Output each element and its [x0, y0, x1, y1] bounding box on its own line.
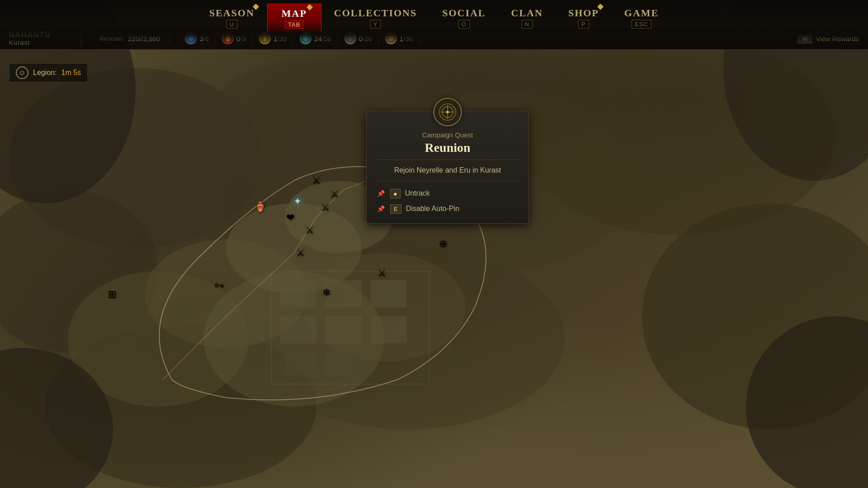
svg-rect-16	[326, 280, 362, 307]
legion-icon: ⊙	[16, 66, 28, 79]
map-icon-enemy1[interactable]: ⚔	[377, 267, 387, 279]
svg-rect-17	[371, 280, 407, 307]
map-icon-dungeon2[interactable]: ❄	[322, 287, 330, 299]
quest-action-0-key: ■	[390, 189, 401, 198]
nav-tabs: SEASONUMAPTABCOLLECTIONSYSOCIALOCLANNSHO…	[197, 4, 672, 32]
collections-key: Y	[370, 20, 381, 28]
svg-rect-20	[371, 316, 407, 343]
collections-label: COLLECTIONS	[334, 7, 417, 19]
map-icon-dungeon1[interactable]: 🗝	[214, 280, 224, 291]
quest-tooltip: Campaign Quest Reunion Rejoin Neyrelle a…	[366, 111, 529, 224]
clan-label: CLAN	[511, 7, 543, 19]
quest-divider	[376, 160, 519, 160]
map-icon-group5[interactable]: ⚔	[296, 247, 305, 259]
quest-description: Rejoin Neyrelle and Eru in Kurast	[376, 165, 519, 175]
legion-time: 1m 5s	[61, 69, 81, 77]
season-label: SEASON	[209, 7, 255, 19]
shop-label: SHOP	[568, 7, 599, 19]
map-icon-npc2[interactable]: ❤	[286, 212, 294, 224]
nav-tab-game[interactable]: GAMEESC	[612, 4, 671, 31]
nav-tab-shop[interactable]: SHOPP	[556, 4, 612, 31]
svg-rect-18	[280, 316, 316, 343]
nav-tab-social[interactable]: SOCIALO	[429, 4, 498, 31]
quest-actions: 📌■Untrack📌EDisable Auto-Pin	[376, 181, 519, 216]
quest-action-0-icon: 📌	[376, 188, 386, 198]
svg-point-31	[446, 111, 449, 113]
map-icon-group2[interactable]: ⚔	[330, 188, 339, 200]
map-label: MAP	[282, 8, 307, 19]
map-icon-player[interactable]: ✦	[293, 196, 302, 207]
navigation-bar: SEASONUMAPTABCOLLECTIONSYSOCIALOCLANNSHO…	[0, 0, 868, 50]
terrain-svg	[0, 0, 868, 488]
map-icon-quest2[interactable]: ⊕	[439, 238, 447, 250]
quest-main-icon	[433, 98, 462, 127]
quest-icon-area	[367, 98, 528, 127]
quest-action-0-label: Untrack	[405, 189, 430, 197]
map-icon-waypoint[interactable]: ⊞	[108, 289, 116, 300]
map-icon-group1[interactable]: ⚔	[312, 175, 321, 187]
quest-action-1-icon: 📌	[376, 204, 386, 214]
quest-action-1-label: Disable Auto-Pin	[406, 205, 459, 213]
nav-tab-clan[interactable]: CLANN	[499, 4, 556, 31]
map-key: TAB	[285, 20, 303, 29]
quest-type: Campaign Quest	[376, 131, 519, 139]
nav-tab-season[interactable]: SEASONU	[197, 4, 267, 31]
social-key: O	[458, 20, 470, 28]
game-label: GAME	[624, 7, 659, 19]
map-icon-group3[interactable]: ⚔	[321, 202, 330, 214]
quest-name: Reunion	[376, 141, 519, 155]
clan-key: N	[522, 20, 533, 28]
shop-key: P	[578, 20, 589, 28]
quest-action-1-key: E	[390, 204, 401, 214]
nav-tab-map[interactable]: MAPTAB	[267, 4, 321, 32]
nav-tab-collections[interactable]: COLLECTIONSY	[321, 4, 429, 31]
svg-rect-19	[326, 316, 362, 343]
svg-rect-15	[280, 280, 316, 307]
game-key: ESC	[632, 20, 651, 28]
svg-rect-22	[326, 352, 357, 375]
quest-content: Campaign Quest Reunion Rejoin Neyrelle a…	[367, 131, 528, 223]
map-background	[0, 0, 868, 488]
legion-label: Legion:	[33, 69, 57, 77]
svg-rect-21	[285, 352, 316, 375]
map-icon-npc1[interactable]: 🏺	[254, 201, 266, 213]
quest-action-1[interactable]: 📌EDisable Auto-Pin	[376, 201, 519, 216]
social-label: SOCIAL	[442, 7, 486, 19]
map-icon-group4[interactable]: ⚔	[305, 225, 314, 236]
quest-action-0[interactable]: 📌■Untrack	[376, 186, 519, 201]
season-key: U	[226, 20, 237, 28]
legion-timer: ⊙ Legion: 1m 5s	[9, 63, 88, 82]
map-diamond-icon	[307, 4, 313, 10]
